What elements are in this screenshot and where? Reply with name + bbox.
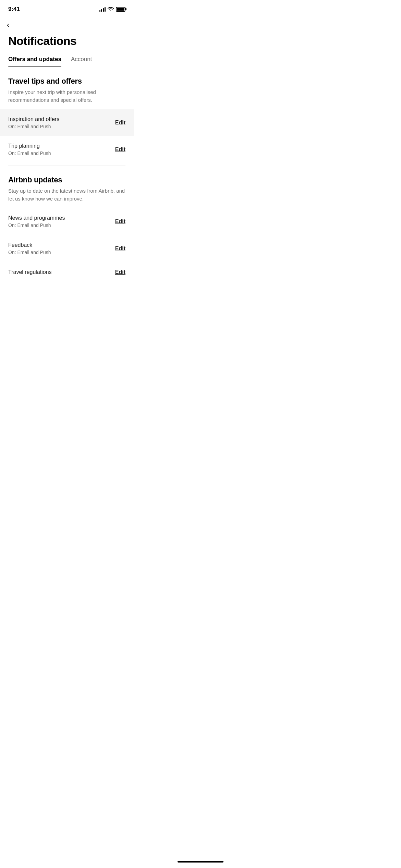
notification-item-inspiration: Inspiration and offers On: Email and Pus… (0, 109, 134, 136)
notification-item-travel-regulations: Travel regulations Edit (0, 262, 134, 279)
wifi-icon (108, 7, 114, 12)
back-chevron-icon: ‹ (7, 21, 9, 29)
section-travel-tips: Travel tips and offers Inspire your next… (0, 67, 134, 109)
notification-feedback-title: Feedback (8, 242, 110, 248)
notification-inspiration-subtitle: On: Email and Push (8, 124, 110, 129)
notification-item-feedback-info: Feedback On: Email and Push (8, 242, 110, 255)
section-airbnb-updates-description: Stay up to date on the latest news from … (8, 187, 125, 203)
section-travel-tips-description: Inspire your next trip with personalised… (8, 88, 125, 104)
tab-offers[interactable]: Offers and updates (8, 56, 61, 67)
status-bar: 9:41 (0, 0, 134, 17)
edit-inspiration-button[interactable]: Edit (110, 120, 125, 126)
notification-inspiration-title: Inspiration and offers (8, 116, 110, 122)
notification-travel-regulations-title: Travel regulations (8, 269, 110, 275)
status-icons (99, 7, 125, 12)
status-time: 9:41 (8, 6, 20, 13)
edit-travel-regulations-button[interactable]: Edit (110, 269, 125, 275)
section-airbnb-updates-title: Airbnb updates (8, 176, 125, 184)
notification-item-news-info: News and programmes On: Email and Push (8, 215, 110, 228)
back-button[interactable]: ‹ (0, 17, 134, 32)
edit-feedback-button[interactable]: Edit (110, 245, 125, 252)
notification-trip-planning-title: Trip planning (8, 143, 110, 149)
notification-item-trip-planning-info: Trip planning On: Email and Push (8, 143, 110, 156)
content: Travel tips and offers Inspire your next… (0, 67, 134, 279)
notification-item-feedback: Feedback On: Email and Push Edit (0, 235, 134, 262)
notification-item-inspiration-info: Inspiration and offers On: Email and Pus… (8, 116, 110, 129)
notification-news-title: News and programmes (8, 215, 110, 221)
signal-icon (99, 7, 106, 12)
tabs-container: Offers and updates Account (0, 56, 134, 67)
notification-news-subtitle: On: Email and Push (8, 222, 110, 228)
edit-news-button[interactable]: Edit (110, 218, 125, 225)
section-airbnb-updates: Airbnb updates Stay up to date on the la… (0, 166, 134, 208)
notification-trip-planning-subtitle: On: Email and Push (8, 150, 110, 156)
notification-item-news: News and programmes On: Email and Push E… (0, 208, 134, 235)
tab-account[interactable]: Account (71, 56, 92, 67)
notification-item-trip-planning: Trip planning On: Email and Push Edit (0, 136, 134, 163)
section-travel-tips-title: Travel tips and offers (8, 77, 125, 86)
edit-trip-planning-button[interactable]: Edit (110, 146, 125, 153)
notification-feedback-subtitle: On: Email and Push (8, 250, 110, 255)
notification-item-travel-regulations-info: Travel regulations (8, 269, 110, 275)
page-title: Notifications (0, 32, 134, 56)
battery-icon (116, 7, 125, 12)
